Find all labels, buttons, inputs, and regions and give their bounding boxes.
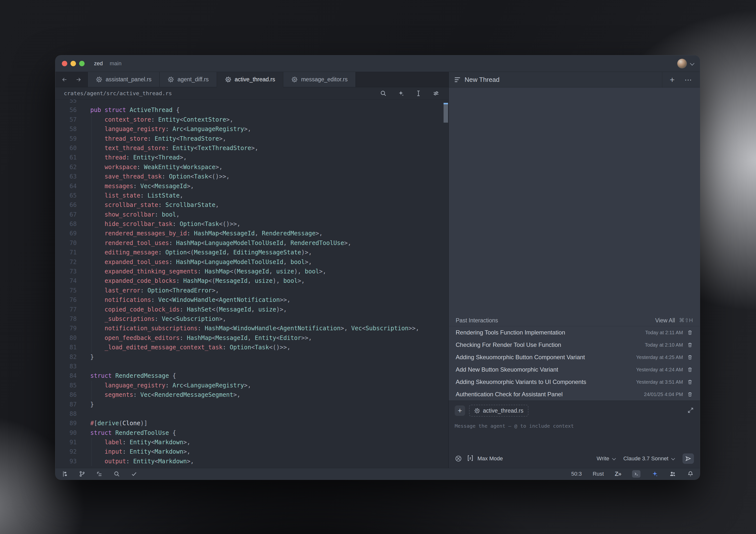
thread-empty-area [449,88,700,315]
rust-file-icon: R [225,76,231,83]
code-line-56: 56pub struct ActiveThread { [55,105,448,115]
editor-scrollbar[interactable] [443,99,448,468]
max-mode-label[interactable]: Max Mode [477,455,503,462]
code-line-57: 57 context_store: Entity<ContextStore>, [55,115,448,124]
zed-window: zed main Rassistant_panel.rsRagent_diff.… [55,55,700,480]
panel-options-button[interactable]: ⋯ [685,75,692,84]
code-line-86: 86 segments: Vec<RenderedMessageSegment>… [55,390,448,399]
project-panel-icon[interactable] [61,470,68,477]
terminal-icon[interactable] [632,470,640,478]
interaction-time: Today at 2:10 AM [645,342,683,348]
svg-text:z: z [470,456,471,460]
line-number: 59 [55,134,77,143]
past-interaction-item[interactable]: Rendering Tools Function ImplementationT… [449,326,700,339]
line-content: } [77,400,94,409]
message-input[interactable]: Message the agent – @ to include context [455,423,694,429]
line-content: input: Entity<Markdown>, [77,447,191,456]
line-number: 80 [55,333,77,343]
delete-thread-icon[interactable] [687,367,693,372]
git-branch-label[interactable]: main [110,60,122,67]
zoom-window-button[interactable] [79,61,85,66]
line-content: save_thread_task: Option<Task<()>>, [77,172,230,181]
line-content: #[derive(Clone)] [77,419,148,428]
cursor-position[interactable]: 50:3 [571,471,582,477]
rust-file-icon: R [96,76,102,83]
line-content: thread_store: Entity<ThreadStore>, [77,134,226,143]
code-editor[interactable]: 5556pub struct ActiveThread {57 context_… [55,99,448,468]
breadcrumb[interactable]: crates/agent/src/active_thread.rs [64,90,172,96]
past-interaction-item[interactable]: Adding Skeuomorphic Variants to UI Compo… [449,376,700,388]
minimize-window-button[interactable] [70,61,76,66]
editor-scrollbar-thumb[interactable] [444,103,448,123]
search-icon[interactable] [380,90,387,97]
tab-label: assistant_panel.rs [106,76,151,83]
line-content: expanded_code_blocks: HashMap<(MessageId… [77,276,305,286]
view-all-link[interactable]: View All [655,317,675,324]
zed-max-mode-icon[interactable]: z [467,454,474,463]
delete-thread-icon[interactable] [687,342,693,348]
line-number: 93 [55,457,77,466]
burn-mode-icon[interactable] [455,455,462,462]
project-name[interactable]: zed [94,60,103,67]
code-line-71: 71 editing_message: Option<(MessageId, E… [55,248,448,257]
tab-active_thread.rs[interactable]: Ractive_thread.rs [217,72,284,87]
past-interaction-item[interactable]: Adding Skeuomorphic Button Component Var… [449,351,700,364]
code-line-76: 76 notifications: Vec<WindowHandle<Agent… [55,295,448,305]
code-line-91: 91 label: Entity<Markdown>, [55,438,448,447]
add-context-button[interactable]: + [455,405,465,416]
tab-agent_diff.rs[interactable]: Ragent_diff.rs [160,72,217,87]
delete-thread-icon[interactable] [687,379,693,385]
expand-composer-icon[interactable] [687,407,694,415]
model-selector[interactable]: Claude 3.7 Sonnet [623,455,674,462]
navigate-forward-icon[interactable] [75,76,82,83]
interaction-time: 24/01/25 4:04 PM [644,392,683,397]
git-branch-icon[interactable] [79,470,86,477]
notifications-bell-icon[interactable] [687,470,694,477]
line-content: context_store: Entity<ContextStore>, [77,115,233,124]
view-all-shortcut: ⌘⇧H [679,317,693,324]
line-number: 92 [55,447,77,456]
past-interaction-item[interactable]: Authentication Check for Assistant Panel… [449,388,700,400]
tab-bar: Rassistant_panel.rsRagent_diff.rsRactive… [55,72,448,87]
user-avatar[interactable] [677,59,687,68]
inline-assist-sparkle-icon[interactable] [397,90,404,97]
navigate-back-icon[interactable] [61,76,68,83]
zed-predict-icon[interactable]: Z» [615,470,621,477]
thread-menu-icon[interactable] [455,77,460,82]
line-content: expanded_tool_uses: HashMap<LanguageMode… [77,257,312,267]
code-line-65: 65 list_state: ListState, [55,191,448,200]
window-titlebar[interactable]: zed main [55,55,700,72]
diagnostics-check-icon[interactable] [131,470,138,477]
code-line-74: 74 expanded_code_blocks: HashMap<(Messag… [55,276,448,286]
tab-assistant_panel.rs[interactable]: Rassistant_panel.rs [88,72,160,87]
language-selector[interactable]: Rust [593,471,604,477]
search-icon[interactable] [113,470,120,477]
mode-selector[interactable]: Write [597,455,615,462]
send-message-button[interactable] [683,453,694,464]
past-interaction-item[interactable]: Add New Button Skeuomorphic VariantYeste… [449,364,700,376]
past-interaction-item[interactable]: Checking For Render Tool Use FunctionTod… [449,339,700,351]
line-content: thread: Entity<Thread>, [77,153,187,162]
tab-label: message_editor.rs [301,76,348,83]
code-line-70: 70 rendered_tool_uses: HashMap<LanguageM… [55,238,448,248]
assistant-sparkle-icon[interactable] [651,470,658,477]
editor-settings-sliders-icon[interactable] [432,90,440,97]
ibeam-cursor-icon[interactable] [415,90,422,97]
close-window-button[interactable] [62,61,67,66]
line-number: 78 [55,314,77,324]
new-thread-button[interactable]: + [670,75,675,84]
chevron-down-icon[interactable] [690,61,694,65]
line-number: 68 [55,219,77,229]
delete-thread-icon[interactable] [687,354,693,360]
outline-panel-icon[interactable] [96,470,103,477]
delete-thread-icon[interactable] [687,330,693,336]
delete-thread-icon[interactable] [687,391,693,397]
code-line-87: 87} [55,400,448,409]
past-interactions-heading: Past Interactions [456,317,498,324]
context-chip[interactable]: R active_thread.rs [469,405,528,417]
line-content: messages: Vec<MessageId>, [77,182,194,191]
line-content: text_thread_store: Entity<TextThreadStor… [77,143,258,153]
collaboration-people-icon[interactable] [669,470,676,477]
line-content: notification_subscriptions: HashMap<Wind… [77,324,419,333]
tab-message_editor.rs[interactable]: Rmessage_editor.rs [283,72,356,87]
